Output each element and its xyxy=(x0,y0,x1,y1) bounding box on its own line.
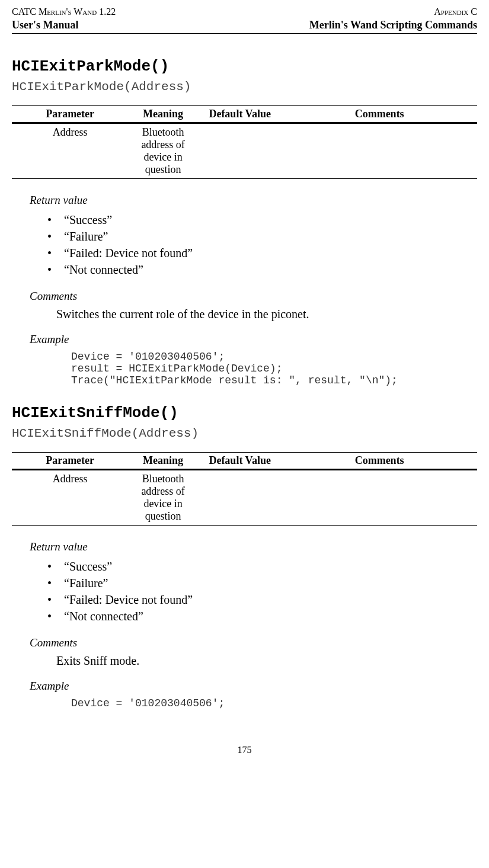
table-row: Address Bluetooth address of device in q… xyxy=(12,123,477,179)
td-comments xyxy=(282,123,477,179)
th-comments: Comments xyxy=(282,453,477,470)
return-value-label: Return value xyxy=(30,540,477,553)
function-title: HCIExitSniffMode() xyxy=(12,404,477,422)
th-parameter: Parameter xyxy=(12,106,128,123)
return-value-list: “Success” “Failure” “Failed: Device not … xyxy=(47,558,477,624)
return-value-label: Return value xyxy=(30,194,477,207)
th-comments: Comments xyxy=(282,106,477,123)
header-section: Merlin's Wand Scripting Commands xyxy=(309,18,477,32)
table-row: Address Bluetooth address of device in q… xyxy=(12,470,477,526)
function-title: HCIExitParkMode() xyxy=(12,57,477,75)
parameter-table: Parameter Meaning Default Value Comments… xyxy=(12,452,477,526)
th-parameter: Parameter xyxy=(12,453,128,470)
page-number: 175 xyxy=(12,745,477,755)
example-label: Example xyxy=(30,680,477,693)
example-code: Device = '010203040506'; xyxy=(71,697,477,709)
page-header: CATC Merlin's Wand 1.22 User's Manual Ap… xyxy=(12,6,477,34)
example-label: Example xyxy=(30,333,477,346)
header-left: CATC Merlin's Wand 1.22 User's Manual xyxy=(12,6,116,32)
list-item: “Failure” xyxy=(47,575,477,591)
example-code: Device = '010203040506'; result = HCIExi… xyxy=(71,351,477,386)
td-comments xyxy=(282,470,477,526)
function-signature: HCIExitSniffMode(Address) xyxy=(12,427,477,440)
return-value-list: “Success” “Failure” “Failed: Device not … xyxy=(47,212,477,278)
list-item: “Failed: Device not found” xyxy=(47,591,477,608)
td-parameter: Address xyxy=(12,123,128,179)
parameter-table: Parameter Meaning Default Value Comments… xyxy=(12,105,477,179)
list-item: “Failed: Device not found” xyxy=(47,245,477,261)
th-default: Default Value xyxy=(198,106,282,123)
comments-text: Switches the current role of the device … xyxy=(56,308,477,321)
function-signature: HCIExitParkMode(Address) xyxy=(12,80,477,94)
header-manual: User's Manual xyxy=(12,18,116,32)
td-default xyxy=(198,123,282,179)
th-meaning: Meaning xyxy=(128,453,198,470)
list-item: “Not connected” xyxy=(47,261,477,278)
list-item: “Success” xyxy=(47,212,477,228)
comments-text: Exits Sniff mode. xyxy=(56,654,477,668)
th-default: Default Value xyxy=(198,453,282,470)
comments-label: Comments xyxy=(30,290,477,303)
th-meaning: Meaning xyxy=(128,106,198,123)
td-meaning: Bluetooth address of device in question xyxy=(128,123,198,179)
list-item: “Failure” xyxy=(47,228,477,245)
header-appendix: Appendix C xyxy=(309,6,477,18)
header-product: CATC Merlin's Wand 1.22 xyxy=(12,6,116,18)
td-default xyxy=(198,470,282,526)
list-item: “Success” xyxy=(47,558,477,575)
list-item: “Not connected” xyxy=(47,608,477,624)
td-meaning: Bluetooth address of device in question xyxy=(128,470,198,526)
comments-label: Comments xyxy=(30,636,477,649)
header-right: Appendix C Merlin's Wand Scripting Comma… xyxy=(309,6,477,32)
td-parameter: Address xyxy=(12,470,128,526)
